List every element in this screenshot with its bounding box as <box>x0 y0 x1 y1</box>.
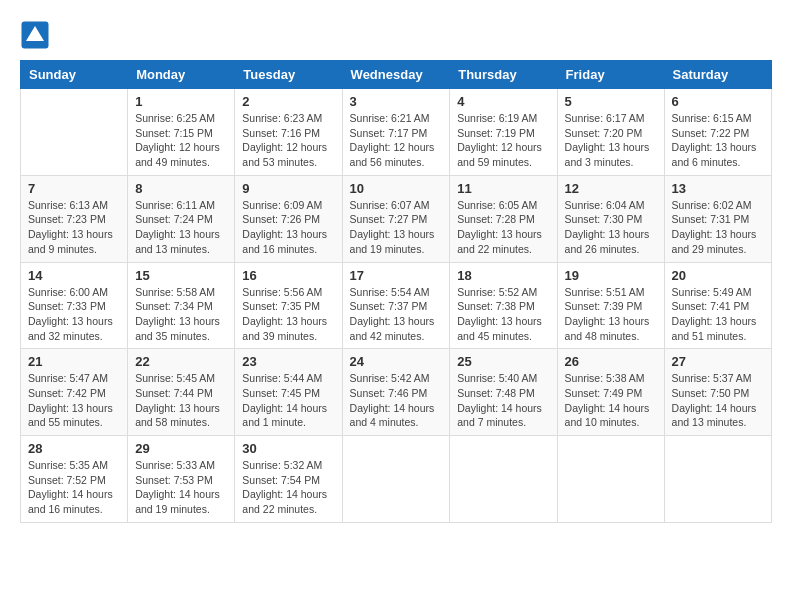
calendar-cell: 9Sunrise: 6:09 AMSunset: 7:26 PMDaylight… <box>235 175 342 262</box>
calendar-header-friday: Friday <box>557 61 664 89</box>
day-info: Sunrise: 6:23 AMSunset: 7:16 PMDaylight:… <box>242 111 334 170</box>
day-number: 9 <box>242 181 334 196</box>
day-info: Sunrise: 5:49 AMSunset: 7:41 PMDaylight:… <box>672 285 764 344</box>
calendar-header-wednesday: Wednesday <box>342 61 450 89</box>
calendar-week-row: 21Sunrise: 5:47 AMSunset: 7:42 PMDayligh… <box>21 349 772 436</box>
calendar-cell: 28Sunrise: 5:35 AMSunset: 7:52 PMDayligh… <box>21 436 128 523</box>
calendar-cell: 5Sunrise: 6:17 AMSunset: 7:20 PMDaylight… <box>557 89 664 176</box>
day-number: 10 <box>350 181 443 196</box>
calendar-header-thursday: Thursday <box>450 61 557 89</box>
day-info: Sunrise: 6:02 AMSunset: 7:31 PMDaylight:… <box>672 198 764 257</box>
day-number: 2 <box>242 94 334 109</box>
calendar-cell: 21Sunrise: 5:47 AMSunset: 7:42 PMDayligh… <box>21 349 128 436</box>
day-number: 25 <box>457 354 549 369</box>
calendar-cell: 7Sunrise: 6:13 AMSunset: 7:23 PMDaylight… <box>21 175 128 262</box>
day-number: 27 <box>672 354 764 369</box>
calendar-header-saturday: Saturday <box>664 61 771 89</box>
day-number: 23 <box>242 354 334 369</box>
day-info: Sunrise: 5:54 AMSunset: 7:37 PMDaylight:… <box>350 285 443 344</box>
day-info: Sunrise: 6:17 AMSunset: 7:20 PMDaylight:… <box>565 111 657 170</box>
day-info: Sunrise: 6:19 AMSunset: 7:19 PMDaylight:… <box>457 111 549 170</box>
calendar-cell: 14Sunrise: 6:00 AMSunset: 7:33 PMDayligh… <box>21 262 128 349</box>
calendar-cell: 1Sunrise: 6:25 AMSunset: 7:15 PMDaylight… <box>128 89 235 176</box>
day-info: Sunrise: 5:45 AMSunset: 7:44 PMDaylight:… <box>135 371 227 430</box>
day-info: Sunrise: 6:11 AMSunset: 7:24 PMDaylight:… <box>135 198 227 257</box>
day-info: Sunrise: 6:00 AMSunset: 7:33 PMDaylight:… <box>28 285 120 344</box>
calendar-header-sunday: Sunday <box>21 61 128 89</box>
day-info: Sunrise: 6:25 AMSunset: 7:15 PMDaylight:… <box>135 111 227 170</box>
calendar-cell: 10Sunrise: 6:07 AMSunset: 7:27 PMDayligh… <box>342 175 450 262</box>
day-number: 19 <box>565 268 657 283</box>
day-number: 30 <box>242 441 334 456</box>
day-number: 28 <box>28 441 120 456</box>
day-number: 1 <box>135 94 227 109</box>
calendar-cell: 16Sunrise: 5:56 AMSunset: 7:35 PMDayligh… <box>235 262 342 349</box>
day-number: 3 <box>350 94 443 109</box>
calendar-header-monday: Monday <box>128 61 235 89</box>
calendar-cell <box>342 436 450 523</box>
calendar-cell: 29Sunrise: 5:33 AMSunset: 7:53 PMDayligh… <box>128 436 235 523</box>
day-number: 22 <box>135 354 227 369</box>
day-info: Sunrise: 5:37 AMSunset: 7:50 PMDaylight:… <box>672 371 764 430</box>
day-number: 14 <box>28 268 120 283</box>
day-number: 4 <box>457 94 549 109</box>
calendar-cell: 19Sunrise: 5:51 AMSunset: 7:39 PMDayligh… <box>557 262 664 349</box>
calendar-cell: 30Sunrise: 5:32 AMSunset: 7:54 PMDayligh… <box>235 436 342 523</box>
calendar-cell <box>21 89 128 176</box>
day-info: Sunrise: 5:58 AMSunset: 7:34 PMDaylight:… <box>135 285 227 344</box>
day-number: 11 <box>457 181 549 196</box>
calendar-cell: 11Sunrise: 6:05 AMSunset: 7:28 PMDayligh… <box>450 175 557 262</box>
calendar-cell: 24Sunrise: 5:42 AMSunset: 7:46 PMDayligh… <box>342 349 450 436</box>
calendar-cell <box>664 436 771 523</box>
day-info: Sunrise: 5:44 AMSunset: 7:45 PMDaylight:… <box>242 371 334 430</box>
day-info: Sunrise: 6:13 AMSunset: 7:23 PMDaylight:… <box>28 198 120 257</box>
calendar-cell: 3Sunrise: 6:21 AMSunset: 7:17 PMDaylight… <box>342 89 450 176</box>
day-info: Sunrise: 5:35 AMSunset: 7:52 PMDaylight:… <box>28 458 120 517</box>
day-info: Sunrise: 6:07 AMSunset: 7:27 PMDaylight:… <box>350 198 443 257</box>
day-number: 13 <box>672 181 764 196</box>
day-number: 8 <box>135 181 227 196</box>
page-header <box>20 20 772 50</box>
day-number: 29 <box>135 441 227 456</box>
day-number: 16 <box>242 268 334 283</box>
day-info: Sunrise: 5:38 AMSunset: 7:49 PMDaylight:… <box>565 371 657 430</box>
calendar-cell: 27Sunrise: 5:37 AMSunset: 7:50 PMDayligh… <box>664 349 771 436</box>
calendar-table: SundayMondayTuesdayWednesdayThursdayFrid… <box>20 60 772 523</box>
calendar-cell: 8Sunrise: 6:11 AMSunset: 7:24 PMDaylight… <box>128 175 235 262</box>
day-number: 12 <box>565 181 657 196</box>
calendar-cell <box>450 436 557 523</box>
calendar-cell: 25Sunrise: 5:40 AMSunset: 7:48 PMDayligh… <box>450 349 557 436</box>
calendar-header-tuesday: Tuesday <box>235 61 342 89</box>
day-info: Sunrise: 6:05 AMSunset: 7:28 PMDaylight:… <box>457 198 549 257</box>
calendar-week-row: 28Sunrise: 5:35 AMSunset: 7:52 PMDayligh… <box>21 436 772 523</box>
day-info: Sunrise: 5:52 AMSunset: 7:38 PMDaylight:… <box>457 285 549 344</box>
calendar-cell: 15Sunrise: 5:58 AMSunset: 7:34 PMDayligh… <box>128 262 235 349</box>
calendar-header-row: SundayMondayTuesdayWednesdayThursdayFrid… <box>21 61 772 89</box>
calendar-cell: 20Sunrise: 5:49 AMSunset: 7:41 PMDayligh… <box>664 262 771 349</box>
day-number: 5 <box>565 94 657 109</box>
day-number: 24 <box>350 354 443 369</box>
day-number: 6 <box>672 94 764 109</box>
day-info: Sunrise: 6:04 AMSunset: 7:30 PMDaylight:… <box>565 198 657 257</box>
day-info: Sunrise: 5:51 AMSunset: 7:39 PMDaylight:… <box>565 285 657 344</box>
calendar-cell: 26Sunrise: 5:38 AMSunset: 7:49 PMDayligh… <box>557 349 664 436</box>
day-info: Sunrise: 6:09 AMSunset: 7:26 PMDaylight:… <box>242 198 334 257</box>
day-number: 15 <box>135 268 227 283</box>
day-number: 21 <box>28 354 120 369</box>
calendar-cell: 22Sunrise: 5:45 AMSunset: 7:44 PMDayligh… <box>128 349 235 436</box>
day-info: Sunrise: 6:21 AMSunset: 7:17 PMDaylight:… <box>350 111 443 170</box>
logo <box>20 20 54 50</box>
day-info: Sunrise: 6:15 AMSunset: 7:22 PMDaylight:… <box>672 111 764 170</box>
day-number: 17 <box>350 268 443 283</box>
calendar-cell: 13Sunrise: 6:02 AMSunset: 7:31 PMDayligh… <box>664 175 771 262</box>
calendar-week-row: 1Sunrise: 6:25 AMSunset: 7:15 PMDaylight… <box>21 89 772 176</box>
calendar-cell: 17Sunrise: 5:54 AMSunset: 7:37 PMDayligh… <box>342 262 450 349</box>
logo-icon <box>20 20 50 50</box>
calendar-week-row: 7Sunrise: 6:13 AMSunset: 7:23 PMDaylight… <box>21 175 772 262</box>
day-info: Sunrise: 5:32 AMSunset: 7:54 PMDaylight:… <box>242 458 334 517</box>
day-info: Sunrise: 5:56 AMSunset: 7:35 PMDaylight:… <box>242 285 334 344</box>
calendar-cell: 6Sunrise: 6:15 AMSunset: 7:22 PMDaylight… <box>664 89 771 176</box>
day-number: 20 <box>672 268 764 283</box>
day-number: 26 <box>565 354 657 369</box>
day-info: Sunrise: 5:47 AMSunset: 7:42 PMDaylight:… <box>28 371 120 430</box>
